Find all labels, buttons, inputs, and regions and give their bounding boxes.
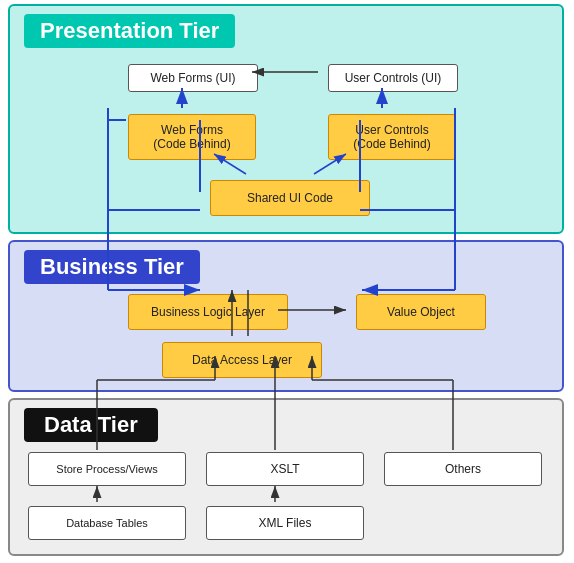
data-tier: Data Tier Store Process/Views XSLT Other…	[8, 398, 564, 556]
database-tables-box: Database Tables	[28, 506, 186, 540]
data-tier-label: Data Tier	[24, 408, 158, 442]
value-object-box: Value Object	[356, 294, 486, 330]
user-controls-ui-box: User Controls (UI)	[328, 64, 458, 92]
architecture-diagram: Presentation Tier Web Forms (UI) User Co…	[0, 0, 574, 563]
store-process-views-box: Store Process/Views	[28, 452, 186, 486]
business-tier-label: Business Tier	[24, 250, 200, 284]
web-forms-ui-box: Web Forms (UI)	[128, 64, 258, 92]
business-logic-layer-box: Business Logic Layer	[128, 294, 288, 330]
user-controls-code-box: User Controls (Code Behind)	[328, 114, 456, 160]
others-box: Others	[384, 452, 542, 486]
presentation-tier-label: Presentation Tier	[24, 14, 235, 48]
presentation-tier: Presentation Tier Web Forms (UI) User Co…	[8, 4, 564, 234]
xslt-box: XSLT	[206, 452, 364, 486]
shared-ui-code-box: Shared UI Code	[210, 180, 370, 216]
xml-files-box: XML Files	[206, 506, 364, 540]
web-forms-code-box: Web Forms (Code Behind)	[128, 114, 256, 160]
business-tier: Business Tier Business Logic Layer Value…	[8, 240, 564, 392]
data-access-layer-box: Data Access Layer	[162, 342, 322, 378]
